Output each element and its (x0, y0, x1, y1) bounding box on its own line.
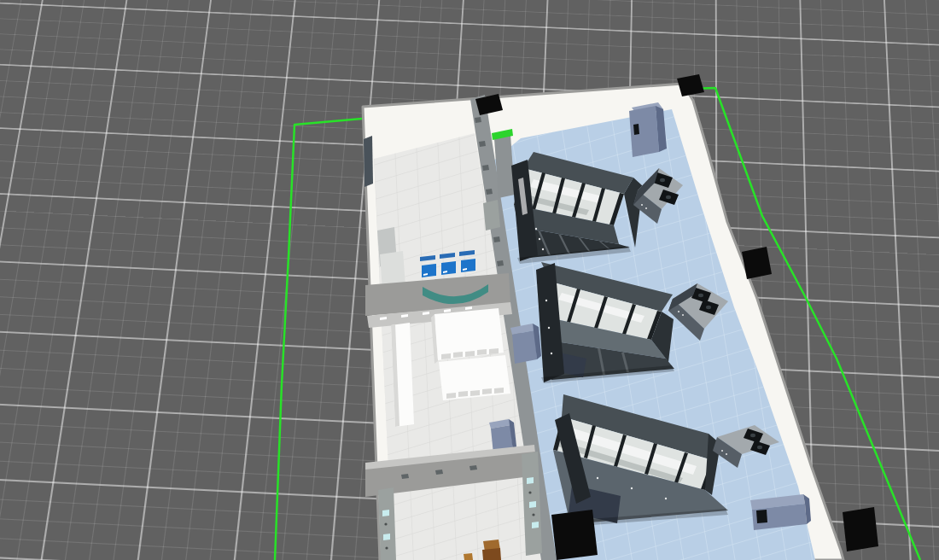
access-panel-screen[interactable] (527, 477, 534, 484)
fan-hub (666, 195, 671, 199)
ups-box-panel (756, 510, 767, 523)
partition-frame-tick (486, 189, 493, 195)
shelf-slat (477, 349, 487, 355)
wall-cabinet-detail (633, 124, 639, 135)
shelf-slat (465, 351, 475, 357)
vent-dot (597, 477, 598, 479)
west-wall-niche (364, 136, 373, 187)
access-panel-screen[interactable] (382, 510, 389, 516)
partition-frame-tick (497, 260, 504, 266)
column-pillar (551, 510, 598, 560)
panel-dot (528, 491, 531, 493)
fan-hub (698, 294, 703, 297)
vent-dot (535, 228, 537, 230)
small-crate[interactable] (464, 553, 473, 560)
fan-hub (750, 434, 755, 437)
pdu-box[interactable] (512, 330, 537, 364)
fan-hub (706, 306, 711, 309)
partition-door[interactable] (483, 200, 500, 230)
chair-seat[interactable] (482, 548, 501, 560)
viewport-3d[interactable] (0, 0, 939, 560)
shelf-slat (458, 391, 468, 397)
shelf-slat (494, 388, 504, 394)
shelf-slat (489, 348, 499, 354)
label-dot (726, 453, 727, 455)
access-panel-screen[interactable] (383, 534, 390, 540)
shelf-slat (441, 353, 451, 359)
fan-hub (660, 178, 665, 182)
shelf-slat (482, 388, 492, 394)
partition-frame-tick (479, 141, 486, 147)
partition-frame-tick (482, 165, 489, 171)
access-panel-screen[interactable] (529, 501, 536, 508)
label-dot (678, 311, 679, 312)
hall-wall-tick (435, 470, 443, 475)
vent-dot (551, 353, 552, 354)
hall-wall-tick (470, 465, 477, 470)
panel-dot (384, 522, 387, 525)
wall-cabinet[interactable] (629, 106, 659, 157)
label-dot (641, 204, 643, 206)
scene-svg (0, 0, 939, 560)
shelf-slat (453, 352, 463, 358)
label-dot (682, 314, 684, 316)
panel-dot (532, 513, 534, 516)
panel-dot (385, 546, 388, 549)
vent-dot (548, 327, 550, 329)
shelf-slat (470, 390, 480, 396)
fan-hub (757, 446, 762, 449)
access-panel-screen[interactable] (532, 522, 539, 528)
label-dot (645, 207, 647, 209)
column-pillar (843, 507, 878, 551)
column-pillar (742, 247, 772, 279)
vent-dot (539, 238, 540, 240)
vent-dot (545, 300, 547, 301)
vent-dot (665, 498, 667, 499)
site-boundary-left[interactable] (275, 119, 362, 560)
partition-frame-tick (493, 236, 500, 242)
shelf-slat (446, 393, 456, 399)
partition-frame-tick (475, 117, 481, 123)
hall-wall-tick (401, 474, 409, 479)
vent-dot (542, 248, 544, 250)
vent-dot (631, 487, 633, 489)
label-dot (721, 450, 723, 452)
